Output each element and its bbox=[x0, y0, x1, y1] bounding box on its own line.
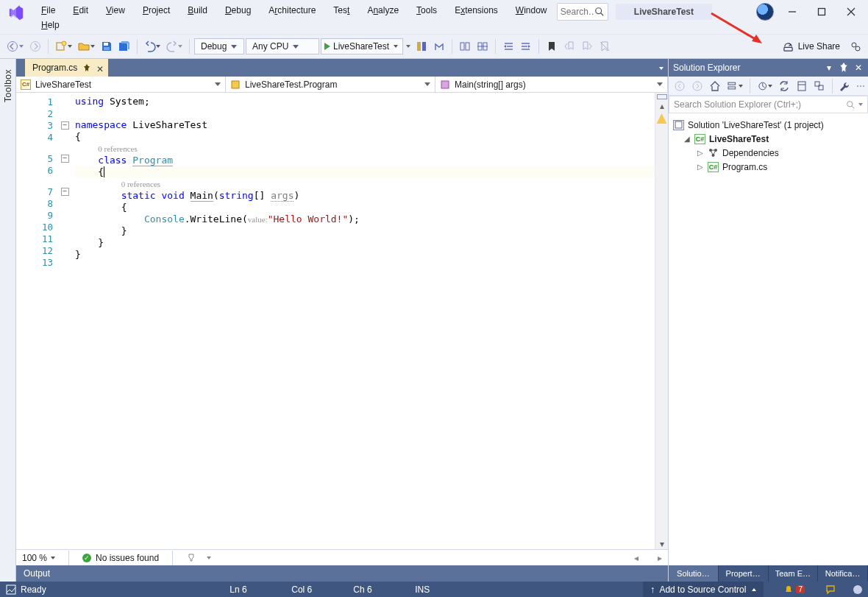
live-share-button[interactable]: Live Share bbox=[777, 38, 846, 55]
tab-solution-explorer[interactable]: Solutio… bbox=[669, 565, 719, 582]
menu-edit[interactable]: Edit bbox=[64, 3, 97, 18]
close-tab-button[interactable]: ✕ bbox=[96, 64, 104, 71]
window-maximize-button[interactable] bbox=[811, 4, 833, 20]
prev-bookmark-button[interactable] bbox=[561, 38, 577, 54]
window-minimize-button[interactable] bbox=[781, 4, 803, 20]
background-tasks-indicator[interactable] bbox=[853, 585, 862, 594]
comment-out-button[interactable] bbox=[457, 38, 473, 54]
sol-properties-button[interactable] bbox=[837, 78, 853, 94]
svg-rect-26 bbox=[784, 47, 792, 51]
outlining-margin[interactable] bbox=[59, 93, 71, 549]
next-bookmark-button[interactable] bbox=[579, 38, 595, 54]
open-file-button[interactable] bbox=[76, 38, 97, 54]
nav-member-combo[interactable]: Main(string[] args) bbox=[435, 77, 668, 92]
notifications-button[interactable]: 7 bbox=[781, 585, 808, 594]
pin-icon[interactable] bbox=[83, 64, 90, 71]
solution-platform-combo[interactable]: Any CPU bbox=[246, 38, 319, 54]
tab-notifications[interactable]: Notifica… bbox=[818, 565, 868, 582]
toolbox-panel-tab[interactable]: Toolbox bbox=[0, 59, 16, 582]
menu-architecture[interactable]: Architecture bbox=[260, 3, 324, 18]
uncomment-button[interactable] bbox=[474, 38, 491, 54]
tab-properties[interactable]: Propert… bbox=[719, 565, 769, 582]
output-panel-tab[interactable]: Output bbox=[16, 565, 668, 582]
split-handle-icon[interactable] bbox=[657, 94, 667, 99]
bookmark-button[interactable] bbox=[544, 38, 560, 54]
code-editor[interactable]: 1 2 3 4 5 6 7 8 9 10 11 12 13 bbox=[16, 93, 668, 549]
doc-tab-program[interactable]: Program.cs ✕ bbox=[25, 59, 108, 77]
expand-arrow-icon[interactable]: ▷ bbox=[697, 149, 704, 157]
status-line: Ln 6 bbox=[230, 584, 274, 595]
menu-build[interactable]: Build bbox=[179, 3, 216, 18]
menu-file[interactable]: File bbox=[32, 3, 64, 18]
editor-scroll-rail[interactable]: ▴ ▾ bbox=[655, 93, 668, 549]
window-close-button[interactable] bbox=[840, 4, 862, 20]
redo-button[interactable] bbox=[164, 38, 185, 54]
panel-close-button[interactable]: ✕ bbox=[853, 63, 864, 73]
indent-button[interactable] bbox=[518, 38, 534, 54]
scroll-right-button[interactable]: ▸ bbox=[658, 553, 662, 563]
svg-point-41 bbox=[847, 101, 853, 106]
tree-solution-node[interactable]: Solution 'LiveShareTest' (1 project) bbox=[673, 118, 864, 132]
menu-window[interactable]: Window bbox=[507, 3, 556, 18]
undo-button[interactable] bbox=[142, 38, 163, 54]
menu-test[interactable]: Test bbox=[324, 3, 358, 18]
add-source-control-button[interactable]: ↑ Add to Source Control bbox=[643, 582, 764, 597]
menu-tools[interactable]: Tools bbox=[408, 3, 446, 18]
new-project-button[interactable] bbox=[53, 38, 74, 54]
sol-refresh-button[interactable] bbox=[794, 78, 810, 94]
user-avatar[interactable] bbox=[756, 3, 774, 21]
solution-tree[interactable]: Solution 'LiveShareTest' (1 project) ◢ C… bbox=[669, 113, 868, 565]
nav-forward-button[interactable] bbox=[27, 38, 43, 54]
zoom-combo[interactable]: 100 % bbox=[22, 553, 55, 563]
menu-debug[interactable]: Debug bbox=[216, 3, 260, 18]
svg-rect-13 bbox=[422, 42, 426, 51]
nav-type-combo[interactable]: LiveShareTest.Program bbox=[226, 77, 435, 92]
solution-explorer-search[interactable]: Search Solution Explorer (Ctrl+;) bbox=[669, 96, 868, 113]
outdent-button[interactable] bbox=[500, 38, 516, 54]
sol-sync-button[interactable] bbox=[776, 78, 792, 94]
save-button[interactable] bbox=[99, 38, 115, 54]
sol-home-button[interactable] bbox=[707, 78, 723, 94]
solution-explorer-title-bar[interactable]: Solution Explorer ▾ ✕ bbox=[669, 59, 868, 77]
feedback-button[interactable] bbox=[847, 38, 864, 54]
tree-dependencies-node[interactable]: ▷ Dependencies bbox=[673, 146, 864, 160]
start-debug-button[interactable]: LiveShareTest bbox=[321, 38, 403, 54]
status-ready-label: Ready bbox=[21, 584, 46, 595]
panel-options-button[interactable]: ▾ bbox=[824, 63, 834, 73]
lightbulb-icon[interactable] bbox=[186, 553, 196, 563]
menu-view[interactable]: View bbox=[97, 3, 134, 18]
warning-indicator-icon[interactable] bbox=[657, 113, 667, 124]
expand-arrow-icon[interactable]: ▷ bbox=[697, 163, 704, 171]
save-all-button[interactable] bbox=[116, 38, 132, 54]
step-button-2[interactable] bbox=[431, 38, 447, 54]
tree-project-node[interactable]: ◢ C# LiveShareTest bbox=[673, 132, 864, 146]
csharp-project-icon: C# bbox=[21, 80, 31, 90]
sol-forward-button[interactable] bbox=[689, 78, 705, 94]
sol-collapse-all-button[interactable] bbox=[811, 78, 828, 94]
expand-arrow-icon[interactable]: ◢ bbox=[683, 135, 691, 143]
solution-config-combo[interactable]: Debug bbox=[194, 38, 244, 54]
step-button-1[interactable] bbox=[413, 38, 430, 54]
quick-launch-search[interactable]: Search… bbox=[557, 3, 608, 21]
sol-back-button[interactable] bbox=[672, 78, 688, 94]
clear-bookmarks-button[interactable] bbox=[597, 38, 613, 54]
sol-switch-views-button[interactable] bbox=[725, 78, 745, 94]
nav-project-combo[interactable]: C# LiveShareTest bbox=[16, 77, 226, 92]
nav-back-button[interactable] bbox=[4, 38, 26, 54]
scroll-left-button[interactable]: ◂ bbox=[634, 553, 638, 563]
tab-overflow-button[interactable] bbox=[659, 62, 664, 72]
svg-rect-34 bbox=[728, 82, 736, 85]
issues-indicator[interactable]: ✓ No issues found bbox=[82, 553, 159, 563]
menu-analyze[interactable]: Analyze bbox=[358, 3, 408, 18]
menu-help[interactable]: Help bbox=[32, 18, 68, 32]
tree-file-node[interactable]: ▷ C# Program.cs bbox=[673, 160, 864, 174]
search-placeholder: Search… bbox=[561, 7, 594, 17]
tab-team-explorer[interactable]: Team E… bbox=[769, 565, 819, 582]
menu-extensions[interactable]: Extensions bbox=[446, 3, 507, 18]
code-text[interactable]: using System; namespace LiveShareTest { … bbox=[71, 93, 668, 549]
menu-project[interactable]: Project bbox=[134, 3, 179, 18]
feedback-icon[interactable] bbox=[825, 584, 836, 595]
autohide-pin-icon[interactable] bbox=[839, 63, 849, 73]
sol-pending-changes-filter-button[interactable] bbox=[755, 78, 775, 94]
scroll-down-icon[interactable]: ▾ bbox=[657, 539, 667, 549]
